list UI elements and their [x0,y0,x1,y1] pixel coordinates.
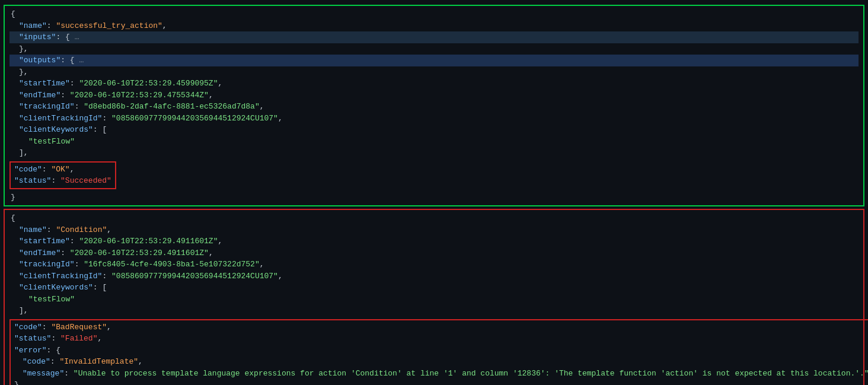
line-starttime: "startTime": "2020-06-10T22:53:29.459909… [9,78,859,90]
line-keywords-close-2: ], [9,305,859,317]
line-open-brace-2: { [9,212,859,224]
line-status-succeeded: "status": "Succeeded" [13,175,113,187]
line-error-close: } [13,379,868,385]
line-keywords-close-1: ], [9,147,859,159]
line-clientkeywords-2: "clientKeywords": [ [9,282,859,294]
line-open-brace-1: { [9,8,859,20]
line-error-code: "code": "InvalidTemplate", [13,356,868,368]
line-trackingid: "trackingId": "d8ebd86b-2daf-4afc-8881-e… [9,101,859,113]
line-endtime-2: "endTime": "2020-06-10T22:53:29.4911601Z… [9,247,859,259]
line-trackingid-2: "trackingId": "16fc8405-4cfe-4903-8ba1-5… [9,259,859,271]
line-code-badrequest: "code": "BadRequest", [13,322,868,333]
line-testflow-1: "testFlow" [9,136,859,148]
line-clientkeywords: "clientKeywords": [ [9,124,859,136]
line-inputs-close: }, [9,43,859,55]
line-status-failed: "status": "Failed", [13,333,868,345]
line-outputs: "outputs": { … [9,55,859,66]
code-status-block-failed: "code": "BadRequest", "status": "Failed"… [9,319,868,386]
line-code-ok: "code": "OK", [13,164,113,176]
line-clienttrackingid-2: "clientTrackingId": "0858609777999442035… [9,271,859,282]
line-close-brace-1: } [9,192,859,203]
block-success: { "name": "successful_try_action", "inpu… [4,5,864,206]
line-inputs: "inputs": { … [9,31,859,43]
line-testflow-2: "testFlow" [9,294,859,306]
line-endtime: "endTime": "2020-06-10T22:53:29.4755344Z… [9,90,859,101]
line-clienttrackingid: "clientTrackingId": "0858609777999442035… [9,113,859,125]
code-container: { "name": "successful_try_action", "inpu… [0,0,868,385]
line-name-condition: "name": "Condition", [9,224,859,236]
line-starttime-2: "startTime": "2020-06-10T22:53:29.491160… [9,236,859,247]
line-error-open: "error": { [13,345,868,357]
line-name: "name": "successful_try_action", [9,20,859,32]
line-error-message: "message": "Unable to process template l… [13,368,868,380]
line-outputs-close: }, [9,66,859,78]
code-status-block-success: "code": "OK", "status": "Succeeded" [9,161,116,189]
block-failed: { "name": "Condition", "startTime": "202… [4,209,864,385]
